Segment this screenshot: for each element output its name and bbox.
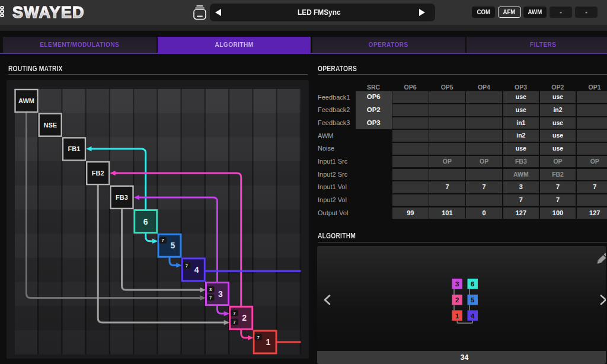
svg-text:7: 7 <box>257 335 260 340</box>
svg-text:7: 7 <box>162 238 164 243</box>
svg-text:FB2: FB2 <box>92 170 104 177</box>
svg-text:3: 3 <box>455 280 459 288</box>
svg-text:7: 7 <box>233 311 235 316</box>
svg-text:3: 3 <box>209 287 212 292</box>
svg-text:2: 2 <box>242 313 247 323</box>
svg-text:7: 7 <box>233 320 235 325</box>
svg-text:AWM: AWM <box>18 97 34 104</box>
svg-text:FB1: FB1 <box>68 145 81 152</box>
svg-text:1: 1 <box>455 312 459 320</box>
svg-text:5: 5 <box>471 296 475 304</box>
svg-text:6: 6 <box>143 217 148 226</box>
svg-text:FB3: FB3 <box>116 194 128 201</box>
svg-text:4: 4 <box>471 312 475 320</box>
svg-text:NSE: NSE <box>43 122 57 129</box>
svg-text:7: 7 <box>209 295 212 301</box>
svg-text:5: 5 <box>171 241 175 250</box>
svg-text:3: 3 <box>218 289 223 299</box>
svg-text:1: 1 <box>266 337 271 347</box>
svg-text:6: 6 <box>471 280 474 288</box>
svg-text:4: 4 <box>194 265 199 274</box>
svg-text:7: 7 <box>186 263 188 269</box>
svg-text:2: 2 <box>455 296 459 304</box>
